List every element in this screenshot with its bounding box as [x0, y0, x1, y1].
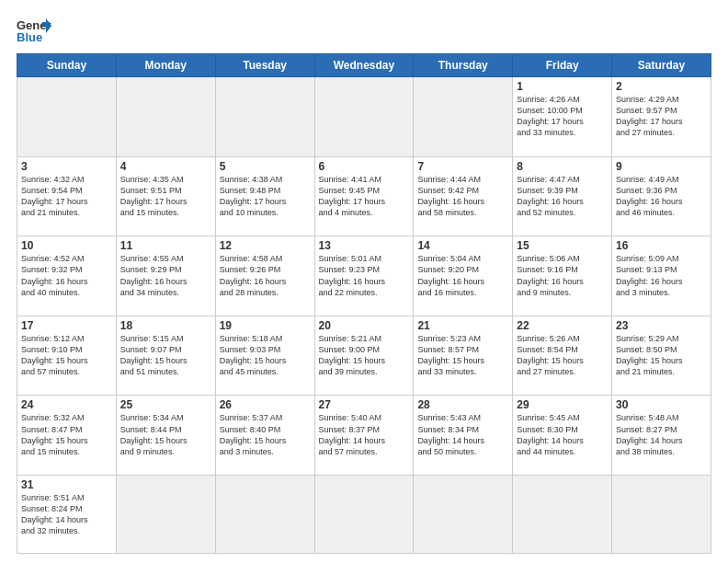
day-number: 1 [517, 80, 608, 93]
calendar-cell: 27Sunrise: 5:40 AM Sunset: 8:37 PM Dayli… [314, 396, 414, 476]
weekday-header-row: SundayMondayTuesdayWednesdayThursdayFrid… [17, 54, 711, 77]
calendar-week-row: 17Sunrise: 5:12 AM Sunset: 9:10 PM Dayli… [17, 316, 711, 396]
day-info: Sunrise: 5:26 AM Sunset: 8:54 PM Dayligh… [517, 333, 608, 378]
day-number: 27 [319, 398, 410, 411]
svg-marker-3 [42, 22, 50, 26]
calendar-cell [314, 77, 414, 157]
weekday-header-thursday: Thursday [414, 54, 513, 77]
calendar-cell [513, 476, 612, 554]
calendar-cell: 21Sunrise: 5:23 AM Sunset: 8:57 PM Dayli… [414, 316, 513, 396]
day-info: Sunrise: 5:12 AM Sunset: 9:10 PM Dayligh… [21, 333, 112, 378]
calendar-cell [215, 77, 314, 157]
calendar-cell: 25Sunrise: 5:34 AM Sunset: 8:44 PM Dayli… [116, 396, 215, 476]
calendar-cell [116, 476, 215, 554]
day-number: 26 [220, 398, 311, 411]
calendar-cell [414, 476, 513, 554]
day-number: 5 [220, 160, 311, 173]
day-info: Sunrise: 4:29 AM Sunset: 9:57 PM Dayligh… [616, 94, 707, 139]
calendar-cell: 30Sunrise: 5:48 AM Sunset: 8:27 PM Dayli… [612, 396, 711, 476]
day-info: Sunrise: 4:58 AM Sunset: 9:26 PM Dayligh… [220, 253, 311, 298]
calendar-cell: 8Sunrise: 4:47 AM Sunset: 9:39 PM Daylig… [513, 156, 612, 236]
day-info: Sunrise: 5:23 AM Sunset: 8:57 PM Dayligh… [417, 333, 508, 378]
day-info: Sunrise: 4:49 AM Sunset: 9:36 PM Dayligh… [616, 174, 707, 219]
day-info: Sunrise: 5:04 AM Sunset: 9:20 PM Dayligh… [417, 253, 508, 298]
weekday-header-saturday: Saturday [612, 54, 711, 77]
calendar-cell: 9Sunrise: 4:49 AM Sunset: 9:36 PM Daylig… [612, 156, 711, 236]
calendar-cell [116, 77, 215, 157]
calendar-cell: 5Sunrise: 4:38 AM Sunset: 9:48 PM Daylig… [215, 156, 314, 236]
day-info: Sunrise: 4:41 AM Sunset: 9:45 PM Dayligh… [319, 174, 410, 219]
logo: General Blue [17, 17, 51, 44]
calendar-cell: 23Sunrise: 5:29 AM Sunset: 8:50 PM Dayli… [612, 316, 711, 396]
weekday-header-sunday: Sunday [17, 54, 117, 77]
day-number: 21 [417, 319, 508, 332]
day-info: Sunrise: 5:37 AM Sunset: 8:40 PM Dayligh… [220, 412, 311, 457]
calendar-cell: 24Sunrise: 5:32 AM Sunset: 8:47 PM Dayli… [17, 396, 117, 476]
calendar-cell: 12Sunrise: 4:58 AM Sunset: 9:26 PM Dayli… [215, 236, 314, 316]
calendar-week-row: 10Sunrise: 4:52 AM Sunset: 9:32 PM Dayli… [17, 236, 711, 316]
day-info: Sunrise: 5:34 AM Sunset: 8:44 PM Dayligh… [120, 412, 211, 457]
weekday-header-monday: Monday [116, 54, 215, 77]
calendar-cell: 28Sunrise: 5:43 AM Sunset: 8:34 PM Dayli… [414, 396, 513, 476]
day-number: 6 [319, 160, 410, 173]
calendar-week-row: 1Sunrise: 4:26 AM Sunset: 10:00 PM Dayli… [17, 77, 711, 157]
calendar-cell [612, 476, 711, 554]
day-number: 20 [319, 319, 410, 332]
day-info: Sunrise: 5:32 AM Sunset: 8:47 PM Dayligh… [21, 412, 112, 457]
calendar-cell: 17Sunrise: 5:12 AM Sunset: 9:10 PM Dayli… [17, 316, 117, 396]
calendar-cell: 16Sunrise: 5:09 AM Sunset: 9:13 PM Dayli… [612, 236, 711, 316]
day-number: 10 [21, 239, 112, 252]
calendar-cell [314, 476, 414, 554]
weekday-header-wednesday: Wednesday [314, 54, 414, 77]
day-info: Sunrise: 5:48 AM Sunset: 8:27 PM Dayligh… [616, 412, 707, 457]
day-number: 17 [21, 319, 112, 332]
day-number: 8 [517, 160, 608, 173]
day-number: 12 [220, 239, 311, 252]
day-number: 11 [120, 239, 211, 252]
day-info: Sunrise: 4:32 AM Sunset: 9:54 PM Dayligh… [21, 174, 112, 219]
calendar-cell: 11Sunrise: 4:55 AM Sunset: 9:29 PM Dayli… [116, 236, 215, 316]
day-info: Sunrise: 5:09 AM Sunset: 9:13 PM Dayligh… [616, 253, 707, 298]
calendar-cell [17, 77, 117, 157]
calendar-week-row: 24Sunrise: 5:32 AM Sunset: 8:47 PM Dayli… [17, 396, 711, 476]
day-number: 31 [21, 478, 112, 491]
day-number: 3 [21, 160, 112, 173]
calendar-cell [215, 476, 314, 554]
day-number: 9 [616, 160, 707, 173]
day-number: 24 [21, 398, 112, 411]
calendar-cell: 22Sunrise: 5:26 AM Sunset: 8:54 PM Dayli… [513, 316, 612, 396]
calendar-cell: 31Sunrise: 5:51 AM Sunset: 8:24 PM Dayli… [17, 476, 117, 554]
calendar-cell: 10Sunrise: 4:52 AM Sunset: 9:32 PM Dayli… [17, 236, 117, 316]
calendar-cell: 15Sunrise: 5:06 AM Sunset: 9:16 PM Dayli… [513, 236, 612, 316]
day-number: 14 [417, 239, 508, 252]
day-info: Sunrise: 5:40 AM Sunset: 8:37 PM Dayligh… [319, 412, 410, 457]
day-info: Sunrise: 5:51 AM Sunset: 8:24 PM Dayligh… [21, 492, 112, 537]
calendar-week-row: 3Sunrise: 4:32 AM Sunset: 9:54 PM Daylig… [17, 156, 711, 236]
calendar-cell: 13Sunrise: 5:01 AM Sunset: 9:23 PM Dayli… [314, 236, 414, 316]
day-info: Sunrise: 5:01 AM Sunset: 9:23 PM Dayligh… [319, 253, 410, 298]
day-number: 28 [417, 398, 508, 411]
logo-icon: General Blue [17, 17, 51, 44]
day-info: Sunrise: 5:29 AM Sunset: 8:50 PM Dayligh… [616, 333, 707, 378]
day-number: 22 [517, 319, 608, 332]
page: General Blue SundayMondayTuesdayWednesda… [0, 0, 728, 563]
calendar-cell: 3Sunrise: 4:32 AM Sunset: 9:54 PM Daylig… [17, 156, 117, 236]
calendar-table: SundayMondayTuesdayWednesdayThursdayFrid… [17, 53, 711, 554]
day-info: Sunrise: 4:44 AM Sunset: 9:42 PM Dayligh… [417, 174, 508, 219]
day-info: Sunrise: 5:43 AM Sunset: 8:34 PM Dayligh… [417, 412, 508, 457]
day-info: Sunrise: 5:21 AM Sunset: 9:00 PM Dayligh… [319, 333, 410, 378]
day-number: 25 [120, 398, 211, 411]
day-info: Sunrise: 5:45 AM Sunset: 8:30 PM Dayligh… [517, 412, 608, 457]
calendar-cell: 29Sunrise: 5:45 AM Sunset: 8:30 PM Dayli… [513, 396, 612, 476]
day-info: Sunrise: 4:35 AM Sunset: 9:51 PM Dayligh… [120, 174, 211, 219]
day-info: Sunrise: 5:15 AM Sunset: 9:07 PM Dayligh… [120, 333, 211, 378]
calendar-cell: 26Sunrise: 5:37 AM Sunset: 8:40 PM Dayli… [215, 396, 314, 476]
calendar-week-row: 31Sunrise: 5:51 AM Sunset: 8:24 PM Dayli… [17, 476, 711, 554]
day-number: 19 [220, 319, 311, 332]
day-number: 4 [120, 160, 211, 173]
day-number: 16 [616, 239, 707, 252]
calendar-cell: 20Sunrise: 5:21 AM Sunset: 9:00 PM Dayli… [314, 316, 414, 396]
day-info: Sunrise: 4:47 AM Sunset: 9:39 PM Dayligh… [517, 174, 608, 219]
day-number: 7 [417, 160, 508, 173]
weekday-header-tuesday: Tuesday [215, 54, 314, 77]
